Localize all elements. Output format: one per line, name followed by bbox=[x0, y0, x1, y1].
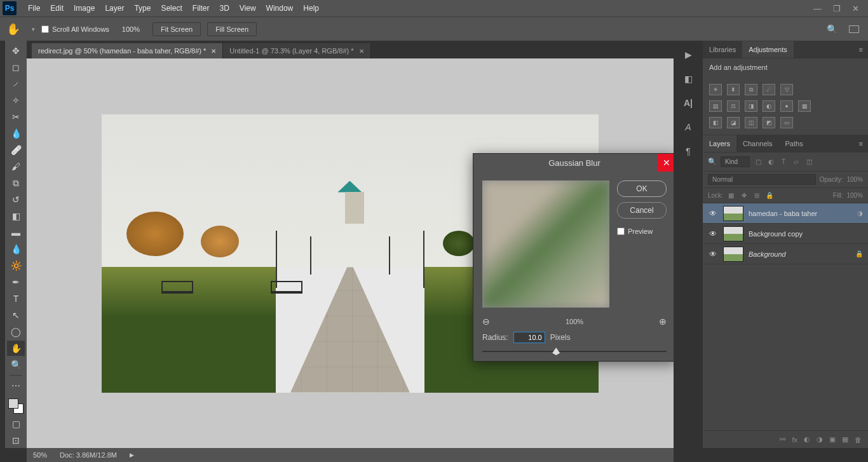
tab-libraries[interactable]: Libraries bbox=[703, 41, 742, 58]
menu-edit[interactable]: Edit bbox=[45, 1, 69, 15]
glyphs-panel-icon[interactable]: A bbox=[681, 119, 696, 135]
clone-stamp-tool[interactable]: ⧉ bbox=[7, 175, 25, 191]
ok-button[interactable]: OK bbox=[617, 180, 667, 197]
menu-3d[interactable]: 3D bbox=[214, 1, 234, 15]
pen-tool[interactable]: ✒ bbox=[7, 275, 25, 290]
path-selection-tool[interactable]: ↖ bbox=[7, 308, 25, 323]
preview-checkbox[interactable]: Preview bbox=[617, 228, 667, 235]
visibility-toggle-1[interactable]: 👁 bbox=[708, 209, 718, 218]
filter-smart-icon[interactable]: ◫ bbox=[804, 158, 813, 166]
foreground-color-swatch[interactable] bbox=[8, 398, 18, 409]
new-layer-icon[interactable]: ▦ bbox=[842, 435, 848, 444]
visibility-toggle-3[interactable]: 👁 bbox=[708, 250, 718, 259]
lock-pixels-icon[interactable]: ▦ bbox=[727, 191, 736, 200]
zoom-tool[interactable]: 🔍 bbox=[7, 357, 25, 372]
bw-icon[interactable]: ◨ bbox=[745, 100, 757, 112]
magic-wand-tool[interactable]: ✧ bbox=[7, 93, 25, 108]
character-panel-icon[interactable]: A| bbox=[681, 95, 696, 111]
filter-image-icon[interactable]: ▢ bbox=[754, 158, 763, 166]
zoom-in-icon[interactable]: ⊕ bbox=[659, 316, 667, 327]
brightness-icon[interactable]: ☀ bbox=[709, 84, 722, 95]
layer-mask-icon[interactable]: ◐ bbox=[804, 435, 810, 444]
layer-thumb-2[interactable] bbox=[723, 226, 743, 241]
menu-filter[interactable]: Filter bbox=[187, 1, 215, 15]
color-lookup-icon[interactable]: ▦ bbox=[798, 100, 811, 112]
layer-row-3[interactable]: 👁 Background 🔒 bbox=[703, 244, 868, 264]
menu-help[interactable]: Help bbox=[298, 1, 324, 15]
fill-screen-button[interactable]: Fill Screen bbox=[207, 22, 257, 36]
menu-file[interactable]: File bbox=[23, 1, 45, 15]
collapse-handle-left[interactable] bbox=[0, 41, 5, 448]
tab-paths[interactable]: Paths bbox=[779, 135, 810, 152]
filter-type-icon[interactable]: T bbox=[779, 158, 788, 166]
opacity-value[interactable]: 100% bbox=[846, 176, 863, 183]
scroll-all-checkbox[interactable]: Scroll All Windows bbox=[41, 25, 109, 33]
menu-image[interactable]: Image bbox=[69, 1, 100, 15]
cancel-button[interactable]: Cancel bbox=[617, 202, 667, 219]
posterize-icon[interactable]: ◪ bbox=[727, 117, 740, 128]
slider-thumb[interactable] bbox=[552, 348, 560, 355]
hue-icon[interactable]: ▤ bbox=[709, 100, 722, 112]
document-tab-2[interactable]: Untitled-1 @ 73.3% (Layer 4, RGB/8#) * ✕ bbox=[223, 43, 370, 58]
play-actions-icon[interactable]: ▶ bbox=[681, 47, 696, 62]
minimize-button[interactable]: — bbox=[813, 4, 822, 13]
layer-name-1[interactable]: hamedan - baba taher bbox=[749, 210, 817, 217]
color-swatches[interactable] bbox=[7, 397, 25, 415]
history-brush-tool[interactable]: ↺ bbox=[7, 192, 25, 207]
curves-icon[interactable]: ⧉ bbox=[745, 84, 757, 95]
link-layers-icon[interactable]: ⚯ bbox=[780, 435, 785, 444]
lasso-tool[interactable]: ⟋ bbox=[7, 76, 25, 92]
layer-thumb-3[interactable] bbox=[723, 247, 743, 262]
radius-input[interactable] bbox=[513, 332, 545, 343]
layer-row-1[interactable]: 👁 hamedan - baba taher ◑ bbox=[703, 203, 868, 224]
menu-layer[interactable]: Layer bbox=[100, 1, 129, 15]
tab-adjustments[interactable]: Adjustments bbox=[742, 41, 794, 58]
edit-toolbar[interactable]: ⋯ bbox=[7, 378, 25, 393]
layer-thumb-1[interactable] bbox=[723, 206, 743, 221]
visibility-toggle-2[interactable]: 👁 bbox=[708, 229, 718, 238]
layers-panel-menu-icon[interactable]: ≡ bbox=[854, 140, 868, 147]
lock-artboard-icon[interactable]: ⊞ bbox=[752, 191, 761, 200]
close-tab-2[interactable]: ✕ bbox=[359, 48, 364, 55]
gradient-tool[interactable]: ▬ bbox=[7, 225, 25, 240]
dodge-tool[interactable]: 🔆 bbox=[7, 258, 25, 273]
close-tab-1[interactable]: ✕ bbox=[211, 48, 216, 55]
menu-window[interactable]: Window bbox=[261, 1, 299, 15]
marquee-tool[interactable]: ◻ bbox=[7, 60, 25, 75]
layer-row-2[interactable]: 👁 Background copy bbox=[703, 224, 868, 244]
levels-icon[interactable]: ⬍ bbox=[727, 84, 740, 95]
filter-shape-icon[interactable]: ▱ bbox=[792, 158, 801, 166]
gradient-map-icon[interactable]: ▭ bbox=[780, 117, 793, 128]
crop-tool[interactable]: ✂ bbox=[7, 109, 25, 125]
photo-filter-icon[interactable]: ◐ bbox=[763, 100, 775, 112]
panel-menu-icon[interactable]: ≡ bbox=[854, 46, 868, 53]
brush-tool[interactable]: 🖌 bbox=[7, 159, 25, 174]
selective-color-icon[interactable]: ◩ bbox=[763, 117, 775, 128]
invert-icon[interactable]: ◧ bbox=[709, 117, 722, 128]
blend-mode-select[interactable]: Normal bbox=[708, 174, 816, 185]
move-tool[interactable]: ✥ bbox=[7, 43, 25, 58]
filter-adjust-icon[interactable]: ◐ bbox=[766, 158, 775, 166]
zoom-out-icon[interactable]: ⊖ bbox=[482, 316, 490, 327]
eraser-tool[interactable]: ◧ bbox=[7, 208, 25, 224]
document-tab-1[interactable]: redirect.jpg @ 50% (hamedan - baba taher… bbox=[32, 43, 223, 58]
scroll-all-input[interactable] bbox=[41, 25, 49, 33]
close-button[interactable]: ✕ bbox=[852, 4, 859, 13]
layer-name-2[interactable]: Background copy bbox=[749, 230, 803, 238]
menu-type[interactable]: Type bbox=[129, 1, 156, 15]
exposure-icon[interactable]: ☄ bbox=[763, 84, 775, 95]
status-zoom[interactable]: 50% bbox=[33, 451, 47, 459]
workspace-switcher[interactable] bbox=[849, 25, 859, 33]
history-panel-icon[interactable]: ◧ bbox=[681, 71, 696, 86]
blur-tool[interactable]: 💧 bbox=[7, 241, 25, 257]
canvas-viewport[interactable]: Gaussian Blur ✕ OK Cancel Preview bbox=[27, 58, 674, 448]
search-icon[interactable]: 🔍 bbox=[827, 24, 837, 34]
menu-select[interactable]: Select bbox=[156, 1, 187, 15]
screen-mode-toggle[interactable]: ⊡ bbox=[7, 433, 25, 448]
new-adjustment-icon[interactable]: ◑ bbox=[817, 435, 823, 444]
vibrance-icon[interactable]: ▽ bbox=[780, 84, 793, 95]
fit-screen-button[interactable]: Fit Screen bbox=[153, 22, 201, 36]
tool-preset-dropdown[interactable]: ▾ bbox=[32, 26, 35, 32]
delete-layer-icon[interactable]: 🗑 bbox=[855, 436, 862, 444]
layer-name-3[interactable]: Background bbox=[749, 250, 786, 258]
